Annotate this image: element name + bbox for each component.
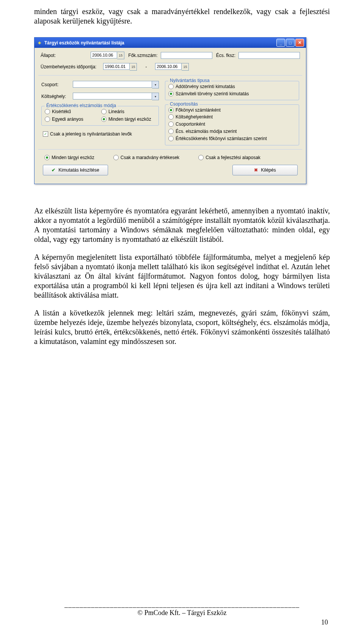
radio-csoportonkent-label: Csoportonként [176, 121, 205, 127]
chevron-down-icon: ▾ [155, 83, 156, 87]
radio-minden-eszkoz[interactable]: Minden tárgyi eszköz [101, 117, 155, 122]
uzem-to-input[interactable]: 2006.10.06 [155, 63, 182, 70]
label-koltseghely: Költséghely: [41, 94, 70, 99]
radio-ecs-fksz[interactable]: Értékcsökkenés főkönyvi számlaszám szeri… [168, 136, 267, 141]
maximize-button[interactable]: □ [286, 39, 295, 47]
fokszmszam-input[interactable] [161, 52, 212, 59]
radio-minden-eszkoz-label: Minden tárgyi eszköz [108, 117, 151, 122]
label-fokszmszam: Fők.szmszám: [128, 53, 157, 58]
paragraph-2: Az elkészült lista képernyőre és nyomtat… [34, 206, 330, 244]
radio-bottom-maradvany[interactable]: Csak a maradvány értékesek [113, 155, 179, 160]
uzem-to-picker[interactable]: 15 [182, 63, 189, 71]
footer-copyright: © PmCode Kft. – Tárgyi Eszköz [34, 609, 330, 617]
paragraph-4: A listán a következők jelennek meg: lelt… [34, 308, 330, 346]
kilepes-button-label: Kilépés [261, 167, 276, 173]
kimutatas-button[interactable]: ✔ Kimutatás készítése [43, 165, 108, 175]
radio-ecs-fksz-label: Értékcsökkenés főkönyvi számlaszám szeri… [176, 136, 267, 141]
radio-ecs-modja[interactable]: Écs. elszámolás módja szerint [168, 129, 237, 134]
paragraph-3: A képernyőn megjelenített lista exportál… [34, 252, 330, 300]
radio-bottom-fejlesztesi-label: Csak a fejlesztési alaposak [206, 155, 260, 160]
radio-szamviteli[interactable]: Számviteli törvény szerinti kimutatás [168, 91, 249, 96]
radio-szamviteli-label: Számviteli törvény szerinti kimutatás [176, 91, 249, 96]
radio-ecs-modja-label: Écs. elszámolás módja szerint [176, 129, 237, 134]
label-ecs-fksz: Écs. fksz: [216, 53, 235, 58]
calendar-icon: 15 [131, 65, 135, 69]
radio-fokonyvi[interactable]: Főkönyvi számlánként [168, 107, 221, 113]
radio-kisertek-label: Kisértékű [52, 109, 71, 114]
label-csoport: Csoport: [41, 82, 70, 87]
screenshot-dialog: ◈ Tárgyi eszközök nyilvántartási listája… [34, 37, 306, 184]
csoport-combo[interactable] [73, 81, 152, 88]
check-jelenleg-label: Csak a jelenleg is nyilvántartásban levő… [50, 131, 132, 137]
close-icon: ✖ [254, 167, 258, 173]
radio-kisertek[interactable]: Kisértékű [45, 109, 99, 114]
csoport-dropdown[interactable]: ▾ [152, 81, 159, 88]
label-allapot: Állapot: [41, 53, 56, 58]
radio-bottom-minden-label: Minden tárgyi eszköz [52, 155, 94, 160]
radio-koltseghelyenkent[interactable]: Költséghelyenként [168, 114, 213, 120]
koltseghely-combo[interactable] [73, 93, 152, 99]
legend-csoportositas: Csoportosítás [168, 101, 199, 107]
radio-fokonyvi-label: Főkönyvi számlánként [176, 107, 221, 113]
radio-egyedi-label: Egyedi arányos [52, 117, 83, 122]
titlebar[interactable]: ◈ Tárgyi eszközök nyilvántartási listája… [35, 38, 306, 48]
radio-bottom-fejlesztesi[interactable]: Csak a fejlesztési alaposak [198, 155, 260, 160]
koltseghely-dropdown[interactable]: ▾ [152, 93, 159, 100]
footer-divider: ________________________________________… [34, 601, 330, 609]
allapot-date-picker[interactable]: 15 [117, 52, 124, 59]
check-icon: ✔ [52, 167, 55, 173]
label-uzembehelyezes: Üzembehelyezés időpontja: [41, 64, 96, 69]
app-icon: ◈ [36, 40, 42, 46]
kilepes-button[interactable]: ✖ Kilépés [232, 165, 298, 175]
radio-linearis-label: Lineáris [108, 109, 124, 114]
check-jelenleg[interactable]: ✓ Csak a jelenleg is nyilvántartásban le… [41, 131, 159, 137]
calendar-icon: 15 [183, 65, 187, 69]
radio-linearis[interactable]: Lineáris [101, 109, 155, 114]
minimize-button[interactable]: _ [276, 39, 285, 47]
radio-koltseghelyenkent-label: Költséghelyenként [176, 114, 213, 120]
legend-ecs-modja: Értékcsökkenés elszámolás módja [45, 103, 118, 108]
radio-adotorveny-label: Adótörvény szerinti kimutatás [176, 84, 235, 89]
radio-bottom-minden[interactable]: Minden tárgyi eszköz [44, 155, 94, 160]
uzem-from-input[interactable]: 1990.01.01 [103, 63, 130, 70]
allapot-date-input[interactable]: 2006.10.06 [91, 52, 117, 58]
radio-adotorveny[interactable]: Adótörvény szerinti kimutatás [168, 84, 235, 89]
close-button[interactable]: ✕ [295, 39, 304, 47]
radio-egyedi[interactable]: Egyedi arányos [45, 117, 99, 122]
date-separator: - [140, 64, 152, 69]
window-title: Tárgyi eszközök nyilvántartási listája [44, 40, 276, 46]
kimutatas-button-label: Kimutatás készítése [58, 167, 99, 173]
ecs-fksz-input[interactable] [238, 52, 300, 59]
chevron-down-icon: ▾ [155, 95, 156, 98]
radio-csoportonkent[interactable]: Csoportonként [168, 121, 205, 127]
uzem-from-picker[interactable]: 15 [130, 63, 137, 71]
page-footer: ________________________________________… [34, 601, 330, 617]
calendar-icon: 15 [119, 54, 122, 57]
radio-bottom-maradvany-label: Csak a maradvány értékesek [121, 155, 179, 160]
page-number: 10 [321, 618, 328, 626]
paragraph-intro: minden tárgyi eszköz, vagy csak a maradv… [34, 7, 330, 26]
legend-nyilvantartas: Nyilvántartás tipusa [168, 78, 211, 83]
